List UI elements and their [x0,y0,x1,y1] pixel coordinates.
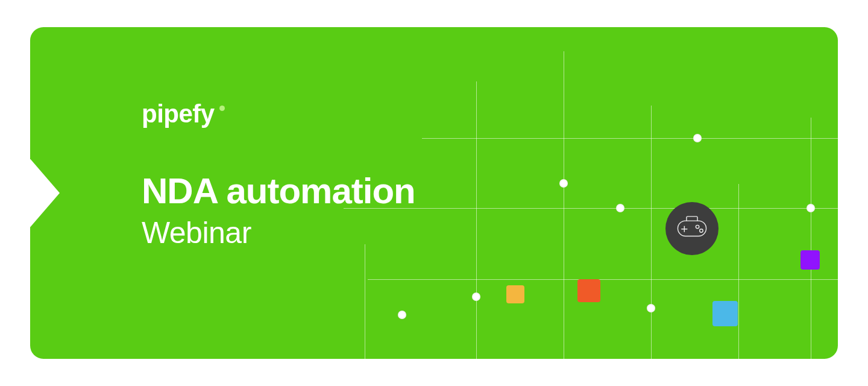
grid-line [344,208,838,209]
decor-dot [693,134,702,142]
decor-dot [472,293,480,301]
svg-point-4 [700,229,703,232]
decor-dot [398,311,406,319]
left-notch [30,158,60,228]
grid-line [738,184,739,359]
gamepad-badge [665,202,719,255]
decor-square-purple [800,250,820,270]
brand-name: pipefy [142,100,215,128]
brand-dot [219,106,225,111]
grid-line [811,118,811,359]
decor-dot [647,304,655,312]
grid-line [476,81,477,359]
grid-line [564,51,564,359]
decor-square-yellow [506,285,524,303]
svg-rect-0 [678,221,706,236]
decor-dot [616,204,624,212]
grid-line [422,138,838,139]
promo-banner: pipefy NDA automation Webinar [30,27,838,359]
hero-subtitle: Webinar [142,215,251,250]
decor-square-blue [712,301,738,326]
grid-line [365,244,365,359]
decor-dot [559,179,568,188]
decor-square-orange [577,279,600,302]
gamepad-icon [675,210,709,247]
grid-line [368,279,838,280]
hero-title: NDA automation [142,172,415,210]
grid-line [651,106,652,359]
brand-logo: pipefy [142,100,225,128]
svg-point-3 [696,225,699,228]
decor-dot [807,204,815,212]
